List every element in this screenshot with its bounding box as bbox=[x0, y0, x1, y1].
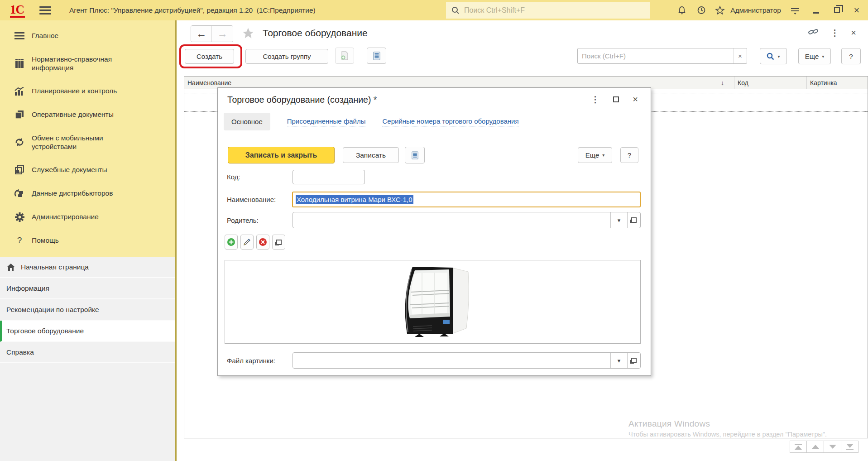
save-and-close-button[interactable]: Записать и закрыть bbox=[228, 147, 335, 163]
bar-chart-icon bbox=[13, 87, 26, 96]
sidebar-item-recommendations[interactable]: Рекомендации по настройке bbox=[0, 299, 175, 321]
list-search-field[interactable]: × bbox=[577, 48, 747, 64]
image-file-input[interactable] bbox=[293, 353, 610, 368]
get-link-icon[interactable] bbox=[808, 27, 819, 38]
parent-choose-button[interactable] bbox=[627, 212, 640, 228]
dialog-more-button[interactable]: Еще▾ bbox=[578, 147, 612, 163]
tab-main[interactable]: Основное bbox=[224, 113, 270, 130]
favorites-star-icon[interactable] bbox=[712, 3, 728, 18]
image-file-choose-button[interactable] bbox=[627, 353, 640, 368]
global-search[interactable] bbox=[446, 2, 650, 19]
sidebar-item-reference[interactable]: Справка bbox=[0, 342, 175, 363]
name-input[interactable]: Холодильная витрина Мари ВХС-1,0 bbox=[292, 192, 641, 207]
delete-image-button[interactable] bbox=[256, 235, 269, 250]
form-kebab-menu-icon[interactable]: ⋮ bbox=[830, 28, 839, 38]
edit-image-button[interactable] bbox=[240, 235, 254, 250]
nav-back-button[interactable]: ← bbox=[191, 26, 212, 42]
list-navigation-buttons bbox=[790, 441, 858, 453]
parent-combo[interactable]: ▾ bbox=[293, 212, 641, 228]
code-label: Код: bbox=[227, 173, 240, 181]
go-first-button[interactable] bbox=[790, 441, 807, 453]
parent-input[interactable] bbox=[293, 212, 610, 228]
create-equipment-dialog: Торговое оборудование (создание) * ⋮ × О… bbox=[217, 87, 651, 376]
dialog-title: Торговое оборудование (создание) * bbox=[227, 95, 377, 105]
restore-window-button[interactable] bbox=[829, 3, 844, 18]
choose-icon bbox=[631, 358, 637, 363]
dialog-maximize-icon[interactable] bbox=[613, 96, 619, 102]
column-name[interactable]: Наименование↓ bbox=[184, 79, 734, 86]
sidebar-item-planning[interactable]: Планирование и контроль bbox=[0, 79, 175, 103]
sidebar-item-operational-docs[interactable]: Оперативные документы bbox=[0, 103, 175, 126]
topbar: 1С Агент Плюс: "Управление дистрибуцией"… bbox=[0, 0, 868, 20]
go-next-button[interactable] bbox=[824, 441, 841, 453]
current-user[interactable]: Администратор bbox=[730, 6, 781, 14]
reference-books-icon bbox=[13, 59, 26, 68]
image-file-combo[interactable]: ▾ bbox=[293, 352, 641, 369]
history-icon[interactable] bbox=[693, 3, 709, 18]
sidebar: Главное Нормативно-справочная информация… bbox=[0, 20, 175, 461]
sidebar-item-glavnoe[interactable]: Главное bbox=[0, 24, 175, 48]
minimize-button[interactable] bbox=[808, 3, 824, 18]
equipment-image-box bbox=[225, 260, 641, 344]
sort-desc-icon: ↓ bbox=[721, 79, 734, 86]
open-image-button[interactable] bbox=[272, 235, 285, 250]
close-window-button[interactable]: × bbox=[849, 3, 864, 18]
sidebar-item-home[interactable]: Начальная страница bbox=[0, 257, 175, 278]
tab-serial-numbers[interactable]: Серийные номера торгового оборудования bbox=[382, 117, 518, 126]
notifications-bell-icon[interactable] bbox=[674, 3, 690, 18]
settings-menu-icon[interactable] bbox=[787, 3, 803, 18]
go-last-button[interactable] bbox=[841, 441, 858, 453]
dialog-toolbar: Записать и закрыть Записать Еще▾ ? bbox=[225, 147, 644, 164]
image-file-dropdown-button[interactable]: ▾ bbox=[610, 353, 627, 368]
dialog-tabs: Основное Присоединенные файлы Серийные н… bbox=[224, 113, 519, 130]
sidebar-item-mobile-exchange[interactable]: Обмен с мобильными устройствами bbox=[0, 126, 175, 158]
image-toolbar bbox=[225, 235, 285, 250]
dialog-kebab-menu-icon[interactable]: ⋮ bbox=[591, 94, 599, 105]
go-prev-button[interactable] bbox=[807, 441, 824, 453]
list-settings-button[interactable] bbox=[367, 48, 386, 64]
window-title: Агент Плюс: "Управление дистрибуцией", р… bbox=[69, 6, 316, 14]
sidebar-pages: Начальная страница Информация Рекомендац… bbox=[0, 257, 175, 363]
list-search-input[interactable] bbox=[578, 52, 733, 60]
dialog-help-button[interactable]: ? bbox=[620, 147, 638, 163]
annotation-highlight bbox=[179, 44, 242, 68]
dialog-close-icon[interactable]: × bbox=[633, 94, 638, 105]
name-label: Наименование: bbox=[227, 196, 276, 203]
windows-activation-watermark: Активация Windows Чтобы активировать Win… bbox=[628, 419, 827, 438]
form-close-icon[interactable]: × bbox=[851, 28, 856, 38]
sidebar-item-administration[interactable]: Администрирование bbox=[0, 205, 175, 229]
help-button[interactable]: ? bbox=[841, 48, 861, 64]
sidebar-item-nsi[interactable]: Нормативно-справочная информация bbox=[0, 48, 175, 79]
gear-icon bbox=[13, 212, 26, 222]
more-button[interactable]: Еще▾ bbox=[798, 48, 831, 64]
clear-search-icon[interactable]: × bbox=[733, 48, 747, 63]
distributors-icon bbox=[13, 189, 26, 198]
global-search-input[interactable] bbox=[464, 6, 618, 14]
sidebar-item-distributors-data[interactable]: Данные дистрибьюторов bbox=[0, 182, 175, 205]
copy-item-button[interactable] bbox=[335, 48, 354, 64]
code-input[interactable] bbox=[293, 170, 365, 184]
home-icon bbox=[6, 263, 15, 271]
search-options-button[interactable]: ▾ bbox=[760, 48, 787, 64]
chevron-down-icon: ▾ bbox=[777, 54, 780, 59]
sync-arrows-icon bbox=[13, 138, 26, 147]
nav-forward-button[interactable]: → bbox=[212, 26, 233, 42]
favorite-star-icon[interactable] bbox=[241, 27, 255, 42]
create-group-button[interactable]: Создать группу bbox=[245, 49, 328, 64]
add-image-button[interactable] bbox=[225, 235, 238, 250]
change-form-button[interactable] bbox=[405, 147, 425, 163]
sidebar-item-service-docs[interactable]: Служебные документы bbox=[0, 158, 175, 182]
1c-logo: 1С bbox=[10, 3, 25, 18]
save-button[interactable]: Записать bbox=[343, 147, 399, 163]
tab-attached-files[interactable]: Присоединенные файлы bbox=[287, 117, 366, 126]
parent-label: Родитель: bbox=[227, 216, 259, 224]
sidebar-item-information[interactable]: Информация bbox=[0, 278, 175, 299]
column-code[interactable]: Код bbox=[734, 77, 806, 89]
hamburger-menu-icon[interactable] bbox=[39, 6, 51, 14]
column-picture[interactable]: Картинка bbox=[806, 77, 868, 89]
sidebar-item-trade-equipment[interactable]: Торговое оборудование bbox=[0, 321, 175, 342]
sidebar-item-help[interactable]: ? Помощь bbox=[0, 229, 175, 252]
search-icon bbox=[451, 6, 460, 14]
parent-dropdown-button[interactable]: ▾ bbox=[610, 212, 627, 228]
choose-icon bbox=[631, 217, 637, 223]
